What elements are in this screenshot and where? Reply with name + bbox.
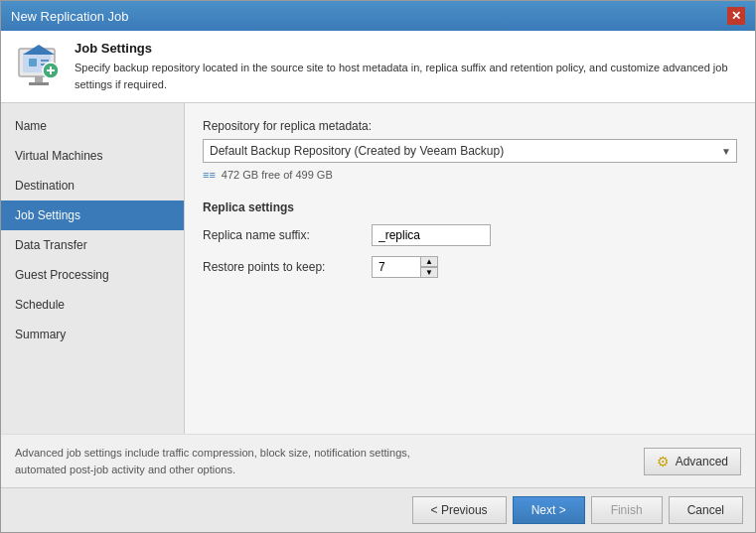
close-button[interactable]: ✕ <box>727 7 745 25</box>
restore-spinner: ▲ ▼ <box>372 256 438 278</box>
header-description: Specify backup repository located in the… <box>75 60 741 92</box>
footer: < Previous Next > Finish Cancel <box>1 487 755 532</box>
sidebar-item-name[interactable]: Name <box>1 111 184 141</box>
dialog-title: New Replication Job <box>11 9 129 24</box>
spinner-down-button[interactable]: ▼ <box>420 267 438 278</box>
suffix-row: Replica name suffix: <box>203 224 737 246</box>
advanced-note-area: Advanced job settings include traffic co… <box>1 434 755 487</box>
sidebar: Name Virtual Machines Destination Job Se… <box>1 103 185 434</box>
sidebar-item-guest-processing[interactable]: Guest Processing <box>1 260 184 290</box>
header-area: Job Settings Specify backup repository l… <box>1 31 755 103</box>
spinner-buttons: ▲ ▼ <box>420 256 438 278</box>
advanced-button[interactable]: ⚙ Advanced <box>644 448 741 475</box>
svg-rect-4 <box>29 82 49 85</box>
suffix-input[interactable] <box>372 224 491 246</box>
repo-label: Repository for replica metadata: <box>203 119 737 133</box>
header-text: Job Settings Specify backup repository l… <box>75 41 741 92</box>
sidebar-item-data-transfer[interactable]: Data Transfer <box>1 230 184 260</box>
repo-dropdown[interactable]: Default Backup Repository (Created by Ve… <box>203 139 737 163</box>
gear-icon: ⚙ <box>657 454 670 469</box>
title-bar: New Replication Job ✕ <box>1 1 755 31</box>
storage-info: ≡≡ 472 GB free of 499 GB <box>203 169 737 181</box>
sidebar-item-destination[interactable]: Destination <box>1 171 184 200</box>
storage-info-text: 472 GB free of 499 GB <box>222 169 333 181</box>
restore-input[interactable] <box>372 256 421 278</box>
replica-section-label: Replica settings <box>203 200 737 214</box>
repo-dropdown-wrapper: Default Backup Repository (Created by Ve… <box>203 139 737 163</box>
restore-row: Restore points to keep: ▲ ▼ <box>203 256 737 278</box>
cancel-button[interactable]: Cancel <box>669 496 743 524</box>
previous-button[interactable]: < Previous <box>412 496 507 524</box>
sidebar-item-job-settings[interactable]: Job Settings <box>1 200 184 230</box>
main-content: Repository for replica metadata: Default… <box>185 103 755 434</box>
dialog-window: New Replication Job ✕ Job Settings Speci… <box>0 0 756 533</box>
sidebar-item-schedule[interactable]: Schedule <box>1 290 184 320</box>
suffix-label: Replica name suffix: <box>203 228 372 242</box>
advanced-note-text: Advanced job settings include traffic co… <box>15 445 452 477</box>
finish-button[interactable]: Finish <box>591 496 663 524</box>
storage-icon: ≡≡ <box>203 169 216 181</box>
svg-rect-3 <box>35 76 43 82</box>
advanced-button-label: Advanced <box>676 455 728 468</box>
sidebar-item-virtual-machines[interactable]: Virtual Machines <box>1 141 184 171</box>
restore-label: Restore points to keep: <box>203 260 372 274</box>
body-area: Name Virtual Machines Destination Job Se… <box>1 103 755 434</box>
svg-rect-5 <box>29 59 37 67</box>
header-icon <box>15 41 63 88</box>
header-title: Job Settings <box>75 41 741 56</box>
next-button[interactable]: Next > <box>513 496 585 524</box>
sidebar-item-summary[interactable]: Summary <box>1 320 184 349</box>
spinner-up-button[interactable]: ▲ <box>420 256 438 267</box>
